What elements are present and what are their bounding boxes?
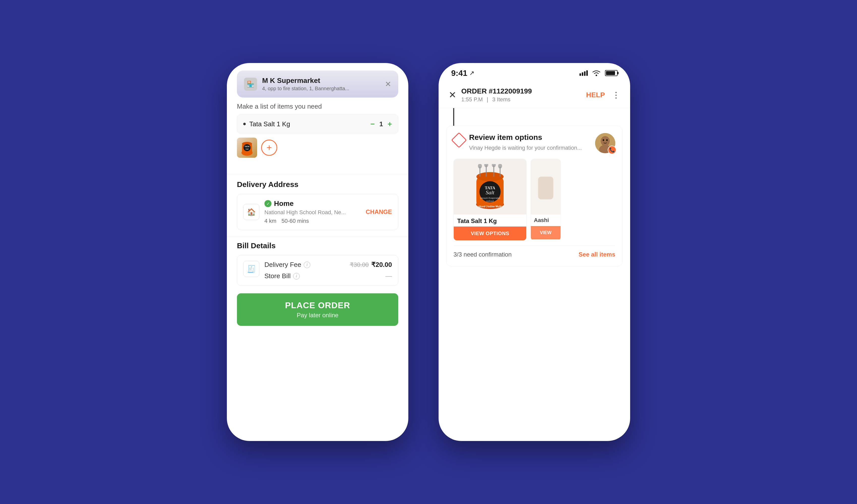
review-subtitle: Vinay Hegde is waiting for your confirma… xyxy=(469,144,591,152)
svg-point-20 xyxy=(492,164,496,167)
help-btn[interactable]: HELP xyxy=(586,91,605,99)
wifi-icon xyxy=(592,70,601,77)
confirmation-count: 3/3 need confirmation xyxy=(453,251,512,258)
svg-point-16 xyxy=(478,164,482,169)
bill-card: 🧾 Delivery Fee i ₹30.00 ₹20.00 xyxy=(237,255,398,286)
change-address-btn[interactable]: CHANGE xyxy=(366,208,392,216)
svg-text:Salt: Salt xyxy=(486,189,494,196)
timeline-line xyxy=(453,108,454,126)
list-section-title: Make a list of items you need xyxy=(237,103,398,111)
svg-text:Salt: Salt xyxy=(246,148,249,150)
store-bill-value: — xyxy=(385,272,392,280)
battery-icon xyxy=(605,70,618,76)
bill-details-title: Bill Details xyxy=(237,241,398,250)
list-item-name: Tata Salt 1 Kg xyxy=(249,120,290,128)
store-name: M K Supermarket xyxy=(262,77,349,85)
address-time: 50-60 mins xyxy=(282,218,309,224)
view-options-btn-0[interactable]: VIEW OPTIONS xyxy=(454,226,526,240)
qty-decrease-btn[interactable]: − xyxy=(370,120,375,128)
list-dot xyxy=(243,123,246,125)
view-options-btn-1[interactable]: VIEW xyxy=(531,226,560,239)
location-icon: ↗ xyxy=(469,70,474,77)
delivery-person-avatar-wrap: 📞 xyxy=(595,133,615,153)
address-text: National High School Road, Ne... xyxy=(264,209,361,216)
svg-text:TATA: TATA xyxy=(245,146,250,148)
products-scroll: TATA Salt Vacuum Evaporated Iodised Iodi… xyxy=(453,159,615,241)
place-order-label: PLACE ORDER xyxy=(244,300,391,310)
order-separator: | xyxy=(487,96,488,103)
svg-point-6 xyxy=(595,74,597,76)
review-card: Review item options Vinay Hegde is waiti… xyxy=(446,126,623,266)
svg-rect-29 xyxy=(538,177,553,199)
status-time: 9:41 xyxy=(451,69,467,78)
close-icon[interactable]: ✕ xyxy=(385,80,391,88)
svg-text:Iodised: Iodised xyxy=(486,200,493,202)
back-btn[interactable]: ✕ xyxy=(449,90,456,100)
delivery-fee-label: Delivery Fee xyxy=(264,261,301,269)
store-header-card: 🏪 M K Supermarket 4, opp to fire station… xyxy=(237,70,398,98)
add-product-btn[interactable]: + xyxy=(261,140,277,156)
tata-salt-product-image: TATA Salt Vacuum Evaporated Iodised Iodi… xyxy=(472,164,508,209)
more-options-btn[interactable]: ⋮ xyxy=(612,90,620,100)
product-thumbnail: TATA Salt xyxy=(237,138,257,158)
qty-increase-btn[interactable]: + xyxy=(387,120,392,128)
see-all-items-link[interactable]: See all items xyxy=(579,251,615,258)
svg-point-11 xyxy=(606,139,608,141)
product-card-0: TATA Salt Vacuum Evaporated Iodised Iodi… xyxy=(453,159,526,241)
bill-icon: 🧾 xyxy=(243,261,259,277)
check-icon: ✓ xyxy=(264,200,271,207)
delivery-fee-info-icon[interactable]: i xyxy=(304,262,310,268)
delivery-fee-original: ₹30.00 xyxy=(350,261,369,268)
place-order-btn[interactable]: PLACE ORDER Pay later online xyxy=(237,293,398,326)
product-card-1: Aashi VIEW xyxy=(531,159,561,241)
svg-point-14 xyxy=(476,172,504,181)
call-badge-icon[interactable]: 📞 xyxy=(608,146,616,154)
phone-left: 🏪 M K Supermarket 4, opp to fire station… xyxy=(227,63,408,441)
store-address: 4, opp to fire station, 1, Bannerghatta.… xyxy=(262,86,349,91)
phone-right: 9:41 ↗ xyxy=(439,63,630,441)
svg-point-18 xyxy=(484,164,488,167)
svg-point-8 xyxy=(601,136,610,146)
address-label: Home xyxy=(274,200,293,208)
address-card: 🏠 ✓ Home National High School Road, Ne..… xyxy=(237,194,398,230)
store-bill-label: Store Bill xyxy=(264,272,291,280)
svg-text:Vacuum Evaporated: Vacuum Evaporated xyxy=(480,197,500,199)
product-name-0: Tata Salt 1 Kg xyxy=(454,215,526,226)
review-title: Review item options xyxy=(469,133,591,141)
delivery-address-title: Delivery Address xyxy=(237,180,398,189)
fade-overlay xyxy=(237,160,398,170)
svg-text:Iodised | Iodine Mulled: Iodised | Iodine Mulled xyxy=(476,205,503,208)
address-distance: 4 km xyxy=(264,218,276,224)
qty-value: 1 xyxy=(379,120,383,128)
signal-bars-icon xyxy=(579,70,588,76)
warning-diamond-icon xyxy=(451,132,467,148)
place-order-sublabel: Pay later online xyxy=(244,312,391,319)
svg-point-10 xyxy=(603,139,604,141)
delivery-fee-discounted: ₹20.00 xyxy=(371,261,392,269)
list-item: Tata Salt 1 Kg − 1 + xyxy=(237,114,398,134)
store-bill-info-icon[interactable]: i xyxy=(293,273,300,280)
order-number: ORDER #1122009199 xyxy=(461,87,581,95)
svg-point-22 xyxy=(498,164,502,169)
store-icon: 🏪 xyxy=(244,78,257,91)
order-items: 3 Items xyxy=(492,96,510,103)
order-time: 1:55 P.M xyxy=(461,96,483,103)
home-icon: 🏠 xyxy=(243,204,259,220)
bottom-spacer xyxy=(439,271,630,441)
product-name-1: Aashi xyxy=(531,215,560,226)
